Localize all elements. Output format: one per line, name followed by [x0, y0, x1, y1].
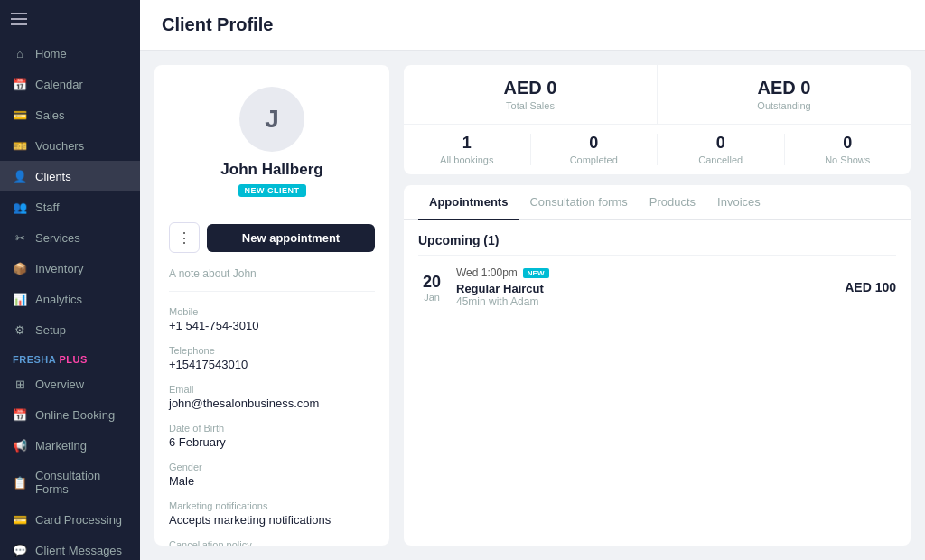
field-value: +1 541-754-3010	[169, 319, 375, 332]
calendar-icon: 📅	[13, 77, 27, 91]
mini-stat-label: Completed	[531, 154, 658, 165]
staff-icon: 👥	[13, 200, 27, 214]
sidebar-item-label: Home	[35, 47, 67, 61]
profile-field: Telephone+15417543010	[154, 341, 389, 380]
vouchers-icon: 🎫	[13, 138, 27, 153]
sidebar-item-services[interactable]: ✂Services	[0, 222, 140, 253]
mini-stat-label: No Shows	[785, 154, 911, 165]
sidebar-item-setup[interactable]: ⚙Setup	[0, 314, 140, 345]
marketing-icon: 📢	[13, 438, 27, 453]
inventory-icon: 📦	[13, 261, 27, 275]
field-label: Gender	[169, 462, 375, 472]
sidebar-item-label: Sales	[35, 108, 65, 122]
field-label: Email	[169, 384, 375, 395]
sidebar-nav: ⌂Home📅Calendar💳Sales🎫Vouchers👤Clients👥St…	[0, 38, 140, 560]
total-sales-stat: AED 0 Total Sales	[404, 65, 657, 124]
fresha-plus-header: FRESHA PLUS	[0, 345, 140, 369]
mini-stat-num: 0	[785, 134, 911, 153]
main-body: J John Hallberg NEW CLIENT ⋮ New appoint…	[140, 51, 925, 560]
sidebar-item-analytics[interactable]: 📊Analytics	[0, 284, 140, 314]
appt-day: 20	[418, 273, 445, 292]
appt-time-row: Wed 1:00pm NEW	[456, 266, 834, 279]
sidebar-item-inventory[interactable]: 📦Inventory	[0, 253, 140, 284]
profile-field: Marketing notificationsAccepts marketing…	[154, 497, 389, 536]
new-appointment-button[interactable]: New appointment	[207, 224, 375, 252]
divider	[169, 291, 375, 292]
tab-appointments[interactable]: Appointments	[418, 185, 519, 220]
sidebar-item-label: Vouchers	[35, 139, 84, 153]
sidebar-item-label: Analytics	[35, 293, 82, 306]
field-label: Cancellation policy	[169, 539, 375, 546]
appointment-item: 20 Jan Wed 1:00pm NEW Regular Haircut 45…	[404, 256, 911, 319]
consultation-forms-icon: 📋	[13, 475, 27, 490]
sidebar-item-calendar[interactable]: 📅Calendar	[0, 69, 140, 99]
sidebar-item-label: Marketing	[35, 439, 87, 453]
action-row: ⋮ New appointment	[154, 211, 389, 264]
more-options-button[interactable]: ⋮	[169, 222, 200, 253]
appointments-card: AppointmentsConsultation formsProductsIn…	[404, 185, 911, 546]
total-sales-label: Total Sales	[418, 100, 642, 111]
mini-stat-label: Cancelled	[658, 154, 784, 165]
tab-invoices[interactable]: Invoices	[706, 185, 771, 220]
stats-top: AED 0 Total Sales AED 0 Outstanding	[404, 65, 911, 125]
field-value: Accepts marketing notifications	[169, 513, 375, 527]
field-label: Date of Birth	[169, 423, 375, 434]
sidebar-item-clients[interactable]: 👤Clients	[0, 161, 140, 191]
appointment-list: 20 Jan Wed 1:00pm NEW Regular Haircut 45…	[404, 256, 911, 319]
sidebar-item-overview[interactable]: ⊞Overview	[0, 369, 140, 399]
sidebar-item-consultation-forms[interactable]: 📋Consultation Forms	[0, 461, 140, 504]
sidebar-item-card-processing[interactable]: 💳Card Processing	[0, 504, 140, 535]
main-content: Client Profile J John Hallberg NEW CLIEN…	[140, 0, 925, 560]
field-value: Male	[169, 474, 375, 488]
sidebar-item-staff[interactable]: 👥Staff	[0, 191, 140, 222]
outstanding-stat: AED 0 Outstanding	[657, 65, 911, 124]
tab-products[interactable]: Products	[639, 185, 706, 220]
online-booking-icon: 📅	[13, 407, 27, 422]
sidebar-item-label: Calendar	[35, 78, 83, 91]
outstanding-label: Outstanding	[672, 100, 896, 111]
appt-date: 20 Jan	[418, 273, 445, 303]
analytics-icon: 📊	[13, 292, 27, 306]
sidebar-item-sales[interactable]: 💳Sales	[0, 99, 140, 130]
mini-stat-num: 0	[658, 134, 784, 153]
sidebar-item-label: Online Booking	[35, 408, 115, 422]
services-icon: ✂	[13, 230, 27, 245]
field-value: 6 February	[169, 435, 375, 449]
field-label: Marketing notifications	[169, 500, 375, 511]
tabs-row: AppointmentsConsultation formsProductsIn…	[404, 185, 911, 220]
client-note: A note about John	[154, 264, 389, 291]
total-sales-value: AED 0	[418, 78, 642, 98]
sidebar-item-home[interactable]: ⌂Home	[0, 38, 140, 69]
avatar: J	[239, 87, 304, 152]
tab-consultation-forms[interactable]: Consultation forms	[519, 185, 638, 220]
sidebar-item-label: Consultation Forms	[35, 469, 127, 496]
appt-month: Jan	[418, 292, 445, 303]
upcoming-header: Upcoming (1)	[404, 220, 911, 255]
mini-stat-num: 1	[404, 134, 530, 153]
sales-icon: 💳	[13, 107, 27, 122]
appt-service-name: Regular Haircut	[456, 282, 834, 295]
mini-stats: 1All bookings0Completed0Cancelled0No Sho…	[404, 125, 911, 174]
sidebar-item-client-messages[interactable]: 💬Client Messages	[0, 535, 140, 560]
sidebar-item-label: Services	[35, 231, 80, 245]
profile-top: J John Hallberg NEW CLIENT	[154, 65, 389, 211]
mini-stat: 0Cancelled	[657, 134, 784, 165]
mini-stat: 0No Shows	[784, 134, 911, 165]
sidebar-item-online-booking[interactable]: 📅Online Booking	[0, 399, 140, 430]
field-label: Telephone	[169, 345, 375, 356]
appt-sub-info: 45min with Adam	[456, 295, 834, 308]
sidebar-item-marketing[interactable]: 📢Marketing	[0, 430, 140, 461]
card-processing-icon: 💳	[13, 512, 27, 527]
page-title: Client Profile	[162, 14, 903, 35]
outstanding-value: AED 0	[672, 78, 896, 98]
sidebar-item-label: Staff	[35, 201, 60, 214]
clients-icon: 👤	[13, 169, 27, 183]
appt-info: Wed 1:00pm NEW Regular Haircut 45min wit…	[456, 266, 834, 308]
appt-new-badge: NEW	[523, 268, 549, 278]
mini-stat-num: 0	[531, 134, 658, 153]
profile-field: Date of Birth6 February	[154, 419, 389, 458]
sidebar-item-vouchers[interactable]: 🎫Vouchers	[0, 130, 140, 161]
sidebar-item-label: Card Processing	[35, 513, 122, 527]
hamburger-menu[interactable]	[11, 13, 129, 25]
field-label: Mobile	[169, 306, 375, 317]
